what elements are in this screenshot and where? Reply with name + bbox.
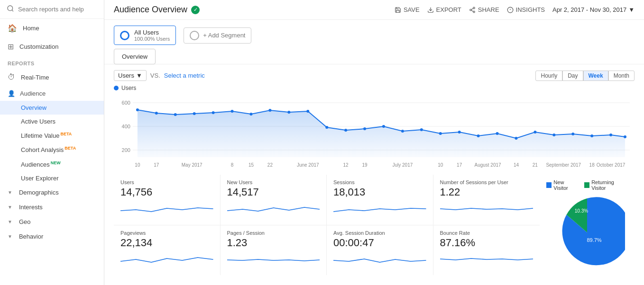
- chart-point: [590, 134, 593, 137]
- sidebar-item-audience[interactable]: 👤 Audience: [0, 86, 104, 101]
- sidebar: Search reports and help 🏠 Home ⊞ Customi…: [0, 0, 104, 285]
- time-buttons: Hourly Day Week Month: [535, 71, 635, 81]
- chart-point: [571, 133, 574, 135]
- svg-text:17: 17: [457, 162, 462, 168]
- stat-value-sessions: 18,013: [333, 186, 426, 198]
- arrow-demographics-icon: ▼: [8, 190, 12, 195]
- svg-text:10: 10: [135, 162, 140, 168]
- line-chart-svg: 600 400 200: [114, 93, 635, 169]
- sidebar-item-overview[interactable]: Overview: [0, 101, 104, 115]
- sidebar-item-home[interactable]: 🏠 Home: [0, 19, 104, 37]
- time-btn-hourly[interactable]: Hourly: [535, 71, 562, 81]
- sidebar-item-interests[interactable]: ▼ Interests: [0, 200, 104, 214]
- pie-legend-new-visitor: New Visitor: [546, 179, 579, 191]
- metric-dropdown[interactable]: Users ▼: [114, 70, 147, 81]
- stat-label-users: Users: [120, 179, 213, 185]
- behavior-label: Behavior: [19, 233, 43, 240]
- sidebar-item-geo[interactable]: ▼ Geo: [0, 214, 104, 229]
- tab-overview[interactable]: Overview: [114, 49, 156, 64]
- sidebar-item-lifetime-value[interactable]: Lifetime ValueBETA: [0, 128, 104, 142]
- search-bar[interactable]: Search reports and help: [0, 0, 104, 19]
- sidebar-item-audiences[interactable]: AudiencesNEW: [0, 157, 104, 171]
- pie-chart-svg: 89.7% 10.3%: [549, 195, 625, 270]
- returning-visitor-color-box: [584, 182, 589, 188]
- svg-point-5: [473, 11, 475, 13]
- chart-point: [458, 131, 461, 134]
- svg-text:July 2017: July 2017: [393, 162, 413, 168]
- chart-legend: Users: [114, 85, 635, 91]
- chart-section: Users ▼ VS. Select a metric Hourly Day W…: [104, 64, 644, 169]
- chart-point: [136, 108, 139, 111]
- overview-tab-bar: Overview: [104, 49, 644, 64]
- vs-label: VS.: [150, 72, 160, 79]
- chart-point: [552, 134, 555, 136]
- svg-text:August 2017: August 2017: [475, 162, 501, 168]
- sidebar-item-cohort-analysis[interactable]: Cohort AnalysisBETA: [0, 142, 104, 157]
- stat-label-pageviews: Pageviews: [120, 230, 213, 236]
- export-button[interactable]: EXPORT: [427, 6, 461, 13]
- time-btn-day[interactable]: Day: [562, 71, 583, 81]
- stat-label-new-users: New Users: [227, 179, 320, 185]
- share-button[interactable]: SHARE: [469, 6, 499, 13]
- sidebar-item-demographics[interactable]: ▼ Demographics: [0, 185, 104, 200]
- all-users-segment[interactable]: All Users 100.00% Users: [114, 26, 176, 45]
- beta-badge-lifetime: BETA: [60, 132, 72, 136]
- chart-point: [363, 127, 366, 130]
- clock-icon: ⏱: [8, 73, 15, 81]
- stat-value-new-users: 14,517: [227, 186, 320, 198]
- arrow-interests-icon: ▼: [8, 205, 12, 210]
- time-btn-week[interactable]: Week: [583, 71, 608, 81]
- geo-label: Geo: [19, 218, 31, 225]
- sidebar-item-behavior[interactable]: ▼ Behavior: [0, 229, 104, 244]
- realtime-label: Real-Time: [21, 74, 49, 81]
- home-icon: 🏠: [8, 24, 17, 33]
- cohort-label: Cohort Analysis: [21, 147, 64, 154]
- svg-point-4: [470, 9, 472, 11]
- chart-point: [155, 112, 158, 115]
- sparkline-pages-per-session: [227, 252, 320, 266]
- stat-label-avg-session-duration: Avg. Session Duration: [333, 230, 426, 236]
- stat-value-bounce-rate: 87.16%: [440, 237, 534, 249]
- sidebar-item-customization[interactable]: ⊞ Customization: [0, 37, 104, 56]
- stat-value-pageviews: 22,134: [120, 237, 213, 249]
- svg-text:17: 17: [154, 162, 159, 168]
- audiences-label: Audiences: [21, 161, 50, 168]
- sparkline-avg-session-duration: [333, 252, 426, 266]
- svg-text:September 2017: September 2017: [546, 162, 581, 168]
- topbar-left: Audience Overview ✓: [114, 5, 200, 15]
- segment-pct: 100.00% Users: [134, 36, 170, 42]
- segment-info: All Users 100.00% Users: [134, 29, 170, 42]
- sidebar-item-realtime[interactable]: ⏱ Real-Time: [0, 68, 104, 86]
- svg-line-1: [12, 10, 13, 11]
- date-range-text: Apr 2, 2017 - Nov 30, 2017: [552, 6, 626, 13]
- svg-text:June 2017: June 2017: [297, 162, 319, 168]
- segment-circle-icon: [120, 31, 129, 40]
- sidebar-item-active-users[interactable]: Active Users: [0, 115, 104, 128]
- svg-point-0: [8, 6, 13, 11]
- svg-text:200: 200: [122, 147, 130, 153]
- sparkline-sessions: [333, 201, 426, 215]
- stat-card-sessions: Sessions 18,013: [327, 175, 433, 225]
- sparkline-new-users: [227, 201, 320, 215]
- svg-text:400: 400: [122, 124, 130, 129]
- stat-card-avg-session-duration: Avg. Session Duration 00:00:47: [327, 225, 433, 276]
- sidebar-item-user-explorer[interactable]: User Explorer: [0, 171, 104, 185]
- segment-name: All Users: [134, 29, 170, 36]
- pie-returning-visitor-pct: 10.3%: [575, 208, 588, 214]
- insights-button[interactable]: INSIGHTS: [507, 6, 545, 13]
- select-metric-link[interactable]: Select a metric: [164, 72, 205, 79]
- chart-point: [477, 134, 480, 137]
- date-range[interactable]: Apr 2, 2017 - Nov 30, 2017 ▼: [552, 6, 635, 13]
- segment-bar-left: All Users 100.00% Users + Add Segment: [114, 26, 251, 45]
- interests-label: Interests: [19, 204, 43, 211]
- topbar: Audience Overview ✓ SAVE EXPORT SHARE IN…: [104, 0, 644, 20]
- search-label: Search reports and help: [18, 6, 84, 13]
- pie-new-visitor-pct: 89.7%: [587, 237, 601, 243]
- segment-bar: All Users 100.00% Users + Add Segment: [104, 20, 644, 49]
- save-button[interactable]: SAVE: [395, 6, 420, 13]
- svg-text:600: 600: [122, 100, 130, 106]
- pie-legend-returning-visitor: Returning Visitor: [584, 179, 628, 191]
- time-btn-month[interactable]: Month: [608, 71, 635, 81]
- add-segment-button[interactable]: + Add Segment: [184, 27, 251, 44]
- home-label: Home: [23, 25, 39, 32]
